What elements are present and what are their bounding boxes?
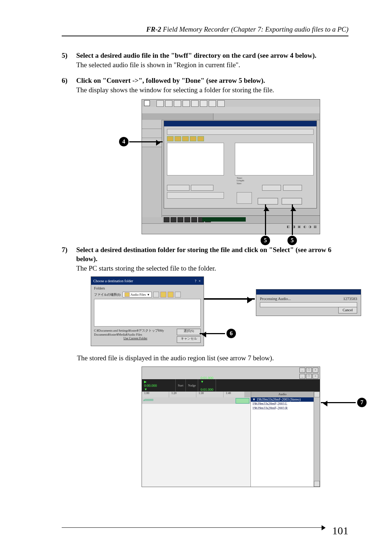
progress-bar bbox=[260, 302, 357, 307]
folder-combo: Audio Files ▼ bbox=[123, 292, 152, 297]
chevron-down-icon: ▼ bbox=[147, 293, 150, 296]
step-7-number: 7) bbox=[62, 245, 76, 273]
step-7: 7) Select a desired destination folder f… bbox=[62, 245, 348, 273]
fig1-import-dialog: Type:Length:Size: bbox=[164, 121, 317, 208]
nav-new-icon bbox=[168, 292, 173, 297]
fig1-filename-field bbox=[167, 192, 224, 199]
fig1-path-field bbox=[167, 129, 314, 135]
readout-start-label: Start bbox=[178, 384, 183, 387]
scroll-down-icon bbox=[314, 481, 320, 487]
fig1-file-list bbox=[167, 143, 224, 175]
step-6-number: 6) bbox=[62, 76, 76, 94]
page-footer: 101 bbox=[62, 522, 348, 535]
fig1-toolbar-3 bbox=[142, 113, 320, 120]
readout-end: 0:01.000 bbox=[200, 376, 213, 380]
track-clip bbox=[236, 398, 249, 404]
figure-2: Choose a destination folder ? × Folders … bbox=[91, 276, 367, 349]
fig1-region-list bbox=[235, 143, 314, 175]
choose-folders-label: Folders bbox=[91, 285, 204, 292]
step-6: 6) Click on "Convert ->", followed by "D… bbox=[62, 76, 348, 94]
readout-main: 0:00.000 bbox=[144, 384, 173, 388]
step-5: 5) Select a desired audio file in the "b… bbox=[62, 51, 348, 69]
processing-label: Processing Audio... bbox=[260, 296, 291, 301]
region-item: 19h39m33s28mF-2003.R bbox=[251, 406, 314, 410]
fig1-info-text: Type:Length:Size: bbox=[237, 177, 245, 185]
processing-dialog: Processing Audio... 1273583 Cancel bbox=[256, 289, 361, 316]
nav-back-icon bbox=[153, 292, 159, 297]
nav-up-icon bbox=[160, 292, 166, 297]
fig3-titlebar-outer: _□× bbox=[142, 367, 320, 374]
use-current-link: Use Current Folder bbox=[94, 336, 177, 340]
step-6-desc: The display shows the window for selecti… bbox=[76, 86, 274, 94]
header-product: FR-2 bbox=[146, 25, 161, 33]
cancel-button: Cancel bbox=[338, 307, 357, 313]
page-header: FR-2 Field Memory Recorder (Chapter 7: E… bbox=[62, 25, 348, 33]
callout-7: 7 bbox=[357, 398, 367, 407]
choose-path-1: C:¥Documents and Settings¥foster¥デスクトップ¥… bbox=[94, 329, 177, 332]
scroll-up-icon bbox=[314, 392, 320, 397]
figure-3: _□× _□× ▶0:00.000 ▼ Start Nudge 0:01.000… bbox=[142, 366, 374, 487]
step-5-number: 5) bbox=[62, 51, 76, 69]
readout-nudge-label: Nudge bbox=[188, 384, 196, 387]
step-5-lead: Select a desired audio file in the "bwff… bbox=[76, 52, 317, 59]
figure-1: Type:Length:Size: ◧ ◨ ▣ ◐ ◑ ▦ 4 bbox=[142, 99, 345, 234]
arrow-4 bbox=[129, 141, 163, 142]
figure-1-window: Type:Length:Size: ◧ ◨ ▣ ◐ ◑ ▦ bbox=[142, 99, 320, 234]
region-item-selected: ▼ 19h39m33s28mF-2003 (Stereo) bbox=[251, 397, 314, 402]
callout-6: 6 bbox=[226, 329, 236, 338]
arrow-6 bbox=[200, 333, 225, 334]
choose-footer: C:¥Documents and Settings¥foster¥デスクトップ¥… bbox=[91, 328, 204, 344]
fig1-meters bbox=[237, 192, 252, 204]
transport-time bbox=[202, 217, 246, 222]
fig1-toolbar-1 bbox=[142, 100, 320, 107]
arrow-5-left bbox=[265, 204, 266, 235]
fig1-dialog-title bbox=[164, 121, 317, 126]
arrow-between-dialogs bbox=[204, 298, 255, 300]
status-icons: ◧ ◨ ▣ ◐ ◑ ▦ bbox=[287, 225, 318, 228]
cancel-button-jp: キャンセル bbox=[177, 336, 201, 343]
fig1-tool-buttons bbox=[156, 100, 225, 107]
window-controls-inner: _□× bbox=[299, 374, 318, 379]
stored-file-text: The stored file is displayed in the audi… bbox=[77, 354, 348, 362]
step-7-lead: Select a desired destination folder for … bbox=[76, 246, 331, 263]
choose-nav-row: ファイルの場所(I): Audio Files ▼ bbox=[91, 292, 204, 297]
fig1-btn-d bbox=[283, 185, 302, 191]
region-list-header: Audio bbox=[251, 392, 314, 398]
arrow-7 bbox=[321, 402, 356, 403]
fig3-empty-area bbox=[142, 404, 251, 487]
step-6-lead: Click on "Convert ->", followed by "Done… bbox=[76, 77, 265, 84]
processing-titlebar bbox=[256, 289, 361, 295]
figure-3-window: _□× _□× ▶0:00.000 ▼ Start Nudge 0:01.000… bbox=[142, 366, 320, 487]
fig3-titlebar-inner: _□× bbox=[142, 373, 320, 380]
readout-len: 0:01.000 bbox=[200, 388, 213, 392]
fig1-toolbar-2 bbox=[142, 107, 320, 114]
fig3-readout: ▶0:00.000 ▼ Start Nudge 0:01.000 ▼0:01.0… bbox=[142, 379, 320, 392]
nav-view-icon bbox=[175, 292, 181, 297]
choose-folder-list bbox=[94, 299, 201, 327]
fig1-chip-icons bbox=[167, 136, 204, 141]
choose-folder-dialog: Choose a destination folder ? × Folders … bbox=[91, 276, 204, 346]
header-rule bbox=[62, 36, 348, 36]
folder-icon bbox=[124, 292, 130, 297]
fig1-status-bar: ◧ ◨ ▣ ◐ ◑ ▦ bbox=[142, 223, 320, 234]
processing-count: 1273583 bbox=[343, 296, 358, 301]
menu-icon bbox=[144, 100, 150, 106]
fig1-btn-a bbox=[167, 185, 189, 191]
fig1-left-column bbox=[142, 120, 162, 217]
region-list: ▼ 19h39m33s28mF-2003 (Stereo) 19h39m33s2… bbox=[250, 397, 314, 487]
region-scrollbar bbox=[314, 392, 320, 487]
nav-label: ファイルの場所(I): bbox=[94, 292, 121, 297]
step-5-desc: The selected audio file is shown in "Reg… bbox=[76, 61, 240, 69]
region-item: 19h39m33s28mF-2003.L bbox=[251, 402, 314, 406]
arrow-5-right bbox=[292, 204, 293, 235]
window-controls-outer: _□× bbox=[299, 368, 318, 373]
fig1-btn-b bbox=[191, 185, 213, 191]
step-7-desc: The PC starts storing the selected file … bbox=[76, 264, 216, 272]
callout-5-right: 5 bbox=[287, 236, 297, 245]
header-title: Field Memory Recorder (Chapter 7: Export… bbox=[161, 25, 348, 33]
callout-4: 4 bbox=[119, 137, 128, 146]
select-button: 選択(S) bbox=[177, 329, 201, 335]
fig3-ruler: 1:00 1:20 1:30 1:40 bbox=[142, 392, 251, 398]
fig3-track: a000000 bbox=[142, 397, 251, 404]
choose-path-2: Documents¥foster¥Media¥Audio Files bbox=[94, 333, 177, 336]
